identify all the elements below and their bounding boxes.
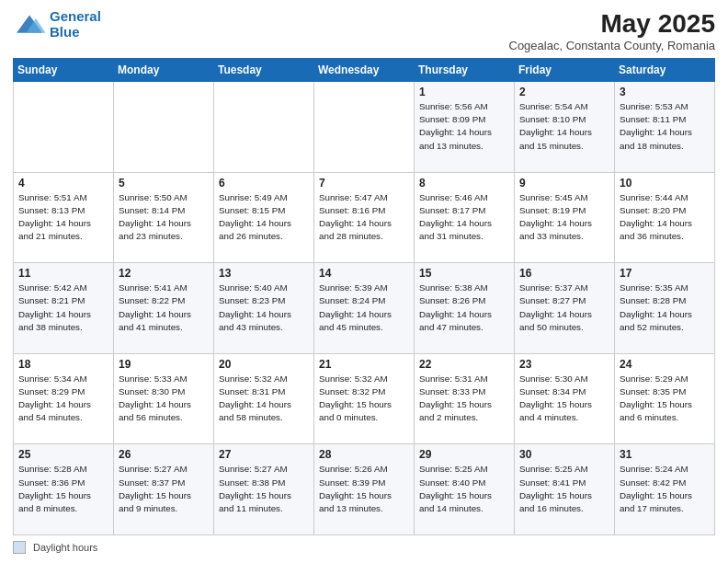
daylight-legend-box (13, 541, 26, 554)
day-number: 20 (219, 358, 310, 371)
day-info: Sunrise: 5:33 AM Sunset: 8:30 PM Dayligh… (119, 373, 210, 425)
calendar-cell: 3Sunrise: 5:53 AM Sunset: 8:11 PM Daylig… (615, 82, 715, 173)
days-of-week-row: SundayMondayTuesdayWednesdayThursdayFrid… (14, 59, 715, 82)
day-number: 7 (319, 177, 410, 190)
calendar-cell: 31Sunrise: 5:24 AM Sunset: 8:42 PM Dayli… (615, 444, 715, 535)
day-info: Sunrise: 5:30 AM Sunset: 8:34 PM Dayligh… (519, 373, 610, 425)
day-number: 5 (119, 177, 210, 190)
day-info: Sunrise: 5:53 AM Sunset: 8:11 PM Dayligh… (620, 100, 711, 153)
day-header-thursday: Thursday (415, 59, 515, 82)
calendar-cell (314, 82, 415, 173)
calendar-cell: 18Sunrise: 5:34 AM Sunset: 8:29 PM Dayli… (14, 353, 114, 444)
footer-label: Daylight hours (33, 542, 97, 553)
day-number: 4 (18, 177, 109, 190)
week-row-3: 11Sunrise: 5:42 AM Sunset: 8:21 PM Dayli… (14, 263, 715, 354)
calendar-cell: 13Sunrise: 5:40 AM Sunset: 8:23 PM Dayli… (214, 263, 314, 354)
day-number: 28 (319, 448, 410, 461)
day-number: 2 (519, 86, 610, 98)
footer: Daylight hours (13, 541, 715, 554)
day-number: 11 (18, 267, 109, 280)
calendar-cell: 7Sunrise: 5:47 AM Sunset: 8:16 PM Daylig… (314, 172, 415, 263)
day-info: Sunrise: 5:32 AM Sunset: 8:32 PM Dayligh… (319, 373, 410, 425)
calendar-cell: 20Sunrise: 5:32 AM Sunset: 8:31 PM Dayli… (214, 353, 314, 444)
day-number: 29 (419, 448, 510, 461)
title-area: May 2025 Cogealac, Constanta County, Rom… (509, 9, 716, 52)
calendar-cell: 19Sunrise: 5:33 AM Sunset: 8:30 PM Dayli… (114, 353, 214, 444)
day-number: 15 (419, 267, 510, 280)
calendar-body: 1Sunrise: 5:56 AM Sunset: 8:09 PM Daylig… (14, 82, 715, 535)
calendar-cell: 9Sunrise: 5:45 AM Sunset: 8:19 PM Daylig… (515, 172, 615, 263)
day-info: Sunrise: 5:27 AM Sunset: 8:37 PM Dayligh… (119, 463, 210, 515)
day-info: Sunrise: 5:37 AM Sunset: 8:27 PM Dayligh… (519, 282, 610, 334)
day-info: Sunrise: 5:45 AM Sunset: 8:19 PM Dayligh… (519, 191, 610, 244)
day-number: 12 (119, 267, 210, 280)
day-number: 3 (620, 86, 711, 98)
day-info: Sunrise: 5:42 AM Sunset: 8:21 PM Dayligh… (18, 282, 109, 334)
day-number: 23 (519, 358, 610, 371)
day-info: Sunrise: 5:40 AM Sunset: 8:23 PM Dayligh… (219, 282, 310, 334)
logo-text: General Blue (50, 9, 101, 40)
day-info: Sunrise: 5:51 AM Sunset: 8:13 PM Dayligh… (18, 191, 109, 244)
day-number: 24 (620, 358, 711, 371)
day-number: 26 (119, 448, 210, 461)
day-header-tuesday: Tuesday (214, 59, 314, 82)
day-number: 14 (319, 267, 410, 280)
calendar-cell (214, 82, 314, 173)
week-row-4: 18Sunrise: 5:34 AM Sunset: 8:29 PM Dayli… (14, 353, 715, 444)
day-info: Sunrise: 5:29 AM Sunset: 8:35 PM Dayligh… (620, 373, 711, 425)
calendar-cell: 2Sunrise: 5:54 AM Sunset: 8:10 PM Daylig… (515, 82, 615, 173)
main-title: May 2025 (509, 9, 716, 39)
calendar-cell: 27Sunrise: 5:27 AM Sunset: 8:38 PM Dayli… (214, 444, 314, 535)
day-number: 21 (319, 358, 410, 371)
day-info: Sunrise: 5:49 AM Sunset: 8:15 PM Dayligh… (219, 191, 310, 244)
day-info: Sunrise: 5:44 AM Sunset: 8:20 PM Dayligh… (620, 191, 711, 244)
day-info: Sunrise: 5:46 AM Sunset: 8:17 PM Dayligh… (419, 191, 510, 244)
calendar-cell: 22Sunrise: 5:31 AM Sunset: 8:33 PM Dayli… (415, 353, 515, 444)
calendar-cell: 1Sunrise: 5:56 AM Sunset: 8:09 PM Daylig… (415, 82, 515, 173)
day-info: Sunrise: 5:27 AM Sunset: 8:38 PM Dayligh… (219, 463, 310, 515)
day-number: 19 (119, 358, 210, 371)
calendar-cell: 24Sunrise: 5:29 AM Sunset: 8:35 PM Dayli… (615, 353, 715, 444)
day-number: 22 (419, 358, 510, 371)
day-info: Sunrise: 5:54 AM Sunset: 8:10 PM Dayligh… (519, 100, 610, 153)
day-info: Sunrise: 5:31 AM Sunset: 8:33 PM Dayligh… (419, 373, 510, 425)
week-row-5: 25Sunrise: 5:28 AM Sunset: 8:36 PM Dayli… (14, 444, 715, 535)
day-info: Sunrise: 5:47 AM Sunset: 8:16 PM Dayligh… (319, 191, 410, 244)
day-number: 9 (519, 177, 610, 190)
logo-icon (13, 12, 46, 38)
calendar-header: SundayMondayTuesdayWednesdayThursdayFrid… (14, 59, 715, 82)
calendar-cell: 26Sunrise: 5:27 AM Sunset: 8:37 PM Dayli… (114, 444, 214, 535)
day-info: Sunrise: 5:24 AM Sunset: 8:42 PM Dayligh… (620, 463, 711, 515)
week-row-1: 1Sunrise: 5:56 AM Sunset: 8:09 PM Daylig… (14, 82, 715, 173)
calendar-cell: 11Sunrise: 5:42 AM Sunset: 8:21 PM Dayli… (14, 263, 114, 354)
day-number: 13 (219, 267, 310, 280)
day-info: Sunrise: 5:32 AM Sunset: 8:31 PM Dayligh… (219, 373, 310, 425)
day-info: Sunrise: 5:56 AM Sunset: 8:09 PM Dayligh… (419, 100, 510, 153)
header: General Blue May 2025 Cogealac, Constant… (13, 9, 715, 52)
day-info: Sunrise: 5:35 AM Sunset: 8:28 PM Dayligh… (620, 282, 711, 334)
day-number: 31 (620, 448, 711, 461)
calendar-cell: 6Sunrise: 5:49 AM Sunset: 8:15 PM Daylig… (214, 172, 314, 263)
calendar-cell: 15Sunrise: 5:38 AM Sunset: 8:26 PM Dayli… (415, 263, 515, 354)
calendar-cell: 10Sunrise: 5:44 AM Sunset: 8:20 PM Dayli… (615, 172, 715, 263)
calendar-cell: 5Sunrise: 5:50 AM Sunset: 8:14 PM Daylig… (114, 172, 214, 263)
logo: General Blue (13, 9, 101, 40)
week-row-2: 4Sunrise: 5:51 AM Sunset: 8:13 PM Daylig… (14, 172, 715, 263)
day-number: 10 (620, 177, 711, 190)
day-info: Sunrise: 5:41 AM Sunset: 8:22 PM Dayligh… (119, 282, 210, 334)
calendar-cell (14, 82, 114, 173)
day-info: Sunrise: 5:38 AM Sunset: 8:26 PM Dayligh… (419, 282, 510, 334)
calendar-cell: 14Sunrise: 5:39 AM Sunset: 8:24 PM Dayli… (314, 263, 415, 354)
calendar-cell: 25Sunrise: 5:28 AM Sunset: 8:36 PM Dayli… (14, 444, 114, 535)
day-info: Sunrise: 5:28 AM Sunset: 8:36 PM Dayligh… (18, 463, 109, 515)
day-info: Sunrise: 5:25 AM Sunset: 8:41 PM Dayligh… (519, 463, 610, 515)
calendar-cell: 4Sunrise: 5:51 AM Sunset: 8:13 PM Daylig… (14, 172, 114, 263)
calendar-cell: 21Sunrise: 5:32 AM Sunset: 8:32 PM Dayli… (314, 353, 415, 444)
calendar-cell: 29Sunrise: 5:25 AM Sunset: 8:40 PM Dayli… (415, 444, 515, 535)
day-header-wednesday: Wednesday (314, 59, 415, 82)
day-info: Sunrise: 5:39 AM Sunset: 8:24 PM Dayligh… (319, 282, 410, 334)
calendar-cell (114, 82, 214, 173)
day-header-friday: Friday (515, 59, 615, 82)
calendar: SundayMondayTuesdayWednesdayThursdayFrid… (13, 58, 715, 535)
day-number: 16 (519, 267, 610, 280)
